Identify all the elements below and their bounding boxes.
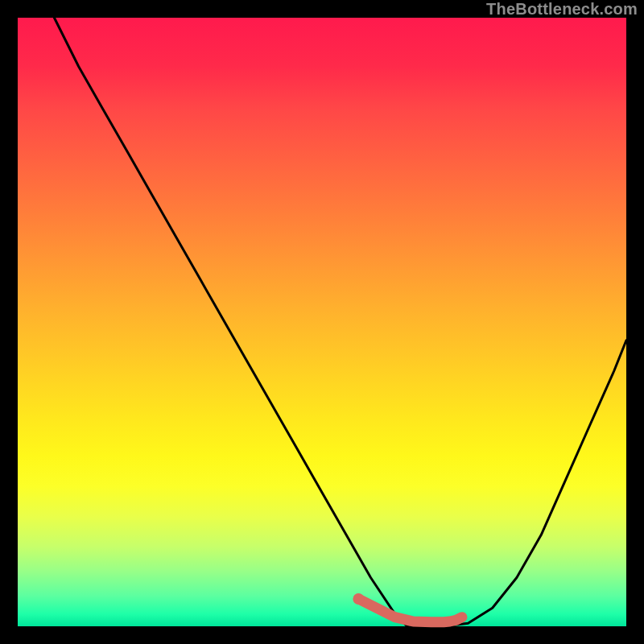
chart-frame: TheBottleneck.com [0,0,644,644]
chart-plot-area [18,18,626,626]
bottleneck-curve [54,18,626,626]
highlight-segment [358,599,462,622]
highlight-dot [353,593,364,605]
attribution-text: TheBottleneck.com [486,0,638,19]
